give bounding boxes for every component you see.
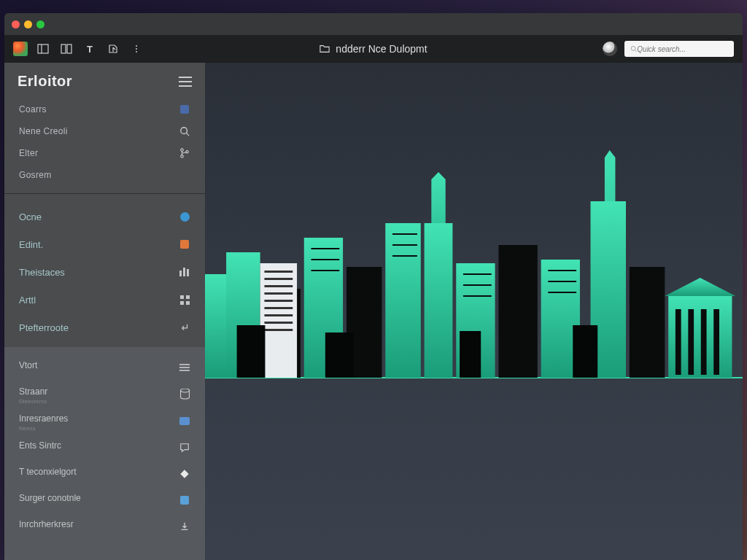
svg-rect-11 xyxy=(179,271,182,276)
folder-icon xyxy=(320,44,330,54)
diamond-icon xyxy=(179,468,190,480)
sidebar-item-straanr[interactable]: StraanrDieesrerss xyxy=(4,382,205,409)
svg-rect-12 xyxy=(183,268,185,276)
sidebar-item-vtort[interactable]: Vtort xyxy=(4,356,205,382)
sidebar-header: Erloitor xyxy=(4,63,205,97)
svg-rect-15 xyxy=(186,295,190,299)
user-avatar[interactable] xyxy=(603,42,617,56)
app-logo-icon xyxy=(13,42,28,56)
sidebar-item-tteconx[interactable]: T teconxielgort xyxy=(4,462,205,489)
toolbar-title: ndderr Nce Dulopmt xyxy=(144,43,603,55)
sidebar-item-elter[interactable]: Elter xyxy=(4,142,205,164)
toolbar-left: T xyxy=(13,41,144,57)
export-icon[interactable] xyxy=(105,41,121,57)
sidebar-section-tools: Ocne Edint. Theistaces Arttl Ptefterroot… xyxy=(4,195,205,347)
svg-rect-49 xyxy=(264,300,293,302)
svg-point-8 xyxy=(181,149,184,152)
svg-rect-48 xyxy=(264,292,293,295)
toolbar: T ndderr Nce Dulopmt xyxy=(4,35,743,63)
svg-rect-31 xyxy=(425,223,453,378)
svg-rect-69 xyxy=(573,325,597,378)
sidebar: Erloitor Coarrs Nene Creoli Elter xyxy=(4,63,205,560)
svg-rect-13 xyxy=(187,269,189,276)
search-input-wrap[interactable] xyxy=(624,41,734,57)
svg-rect-44 xyxy=(260,263,297,378)
svg-rect-50 xyxy=(264,307,293,309)
app-window: T ndderr Nce Dulopmt Er xyxy=(4,13,743,560)
svg-rect-17 xyxy=(186,301,190,305)
svg-point-6 xyxy=(181,128,187,134)
minimize-window-button[interactable] xyxy=(24,20,32,28)
sidebar-title: Erloitor xyxy=(18,73,72,90)
svg-rect-22 xyxy=(180,470,188,478)
split-view-icon[interactable] xyxy=(58,41,74,57)
svg-rect-40 xyxy=(676,309,681,375)
svg-rect-68 xyxy=(460,331,481,378)
bars-icon xyxy=(179,266,190,278)
sidebar-item-inrchrher[interactable]: Inrchrherkresr xyxy=(4,515,205,541)
titlebar xyxy=(4,13,743,35)
svg-rect-42 xyxy=(701,309,707,375)
svg-rect-51 xyxy=(264,314,293,316)
svg-marker-39 xyxy=(665,278,735,296)
sidebar-item-gosrem[interactable]: Gosrem xyxy=(4,164,205,186)
svg-point-9 xyxy=(181,155,184,158)
panel-toggle-icon[interactable] xyxy=(35,41,51,57)
text-tool-icon[interactable]: T xyxy=(82,41,98,57)
circle-blue-icon xyxy=(179,211,190,222)
sidebar-item-edint[interactable]: Edint. xyxy=(4,230,205,258)
sidebar-item-theistaces[interactable]: Theistaces xyxy=(4,258,205,286)
sidebar-item-coarrs[interactable]: Coarrs xyxy=(4,98,205,120)
svg-point-4 xyxy=(631,47,635,51)
body: Erloitor Coarrs Nene Creoli Elter xyxy=(4,63,743,560)
branch-icon xyxy=(179,147,190,159)
svg-rect-67 xyxy=(325,332,354,378)
sidebar-item-ents[interactable]: Ents Sintrc xyxy=(4,436,205,462)
more-icon[interactable] xyxy=(128,41,144,57)
svg-rect-14 xyxy=(180,295,184,299)
svg-rect-16 xyxy=(180,301,184,305)
svg-rect-45 xyxy=(264,271,293,273)
db-icon xyxy=(179,388,190,400)
app-title-text: ndderr Nce Dulopmt xyxy=(336,43,427,55)
svg-rect-43 xyxy=(713,309,719,375)
return-icon xyxy=(179,322,190,333)
svg-rect-66 xyxy=(237,325,266,378)
search-icon xyxy=(630,45,637,52)
window-controls xyxy=(12,20,44,28)
chat-icon xyxy=(179,442,190,454)
svg-line-7 xyxy=(187,133,190,136)
sidebar-item-ptefterroote[interactable]: Ptefterroote xyxy=(4,314,205,341)
lines-icon xyxy=(179,362,190,373)
svg-rect-41 xyxy=(688,309,694,375)
download-icon xyxy=(179,521,190,532)
file-icon xyxy=(179,104,190,115)
svg-rect-53 xyxy=(264,329,293,331)
menu-icon[interactable] xyxy=(179,77,192,87)
search-input[interactable] xyxy=(637,45,728,53)
toolbar-right xyxy=(603,41,734,57)
sidebar-item-nene[interactable]: Nene Creoli xyxy=(4,120,205,142)
card-blue-icon xyxy=(179,415,190,427)
grid-icon xyxy=(179,294,190,306)
sidebar-item-ocne[interactable]: Ocne xyxy=(4,203,205,230)
svg-point-21 xyxy=(180,389,189,392)
divider xyxy=(4,193,205,194)
svg-rect-3 xyxy=(67,44,71,53)
svg-rect-47 xyxy=(264,285,293,287)
svg-rect-52 xyxy=(264,322,293,324)
close-window-button[interactable] xyxy=(12,20,20,28)
square-orange-icon xyxy=(179,238,190,250)
skyline-graphic xyxy=(205,150,743,391)
sidebar-item-surger[interactable]: Surger conotnle xyxy=(4,489,205,515)
maximize-window-button[interactable] xyxy=(36,20,44,28)
svg-rect-2 xyxy=(61,44,66,53)
sidebar-section-more: Vtort StraanrDieesrerss InresraenresNees… xyxy=(4,347,205,560)
sidebar-section-recent: Coarrs Nene Creoli Elter Gosrem xyxy=(4,97,205,192)
blank-icon xyxy=(179,169,190,181)
svg-rect-0 xyxy=(38,44,48,53)
sidebar-item-inresraenres[interactable]: InresraenresNeess xyxy=(4,409,205,436)
canvas[interactable] xyxy=(205,63,743,560)
sidebar-item-arttl[interactable]: Arttl xyxy=(4,286,205,314)
svg-rect-46 xyxy=(264,278,293,280)
